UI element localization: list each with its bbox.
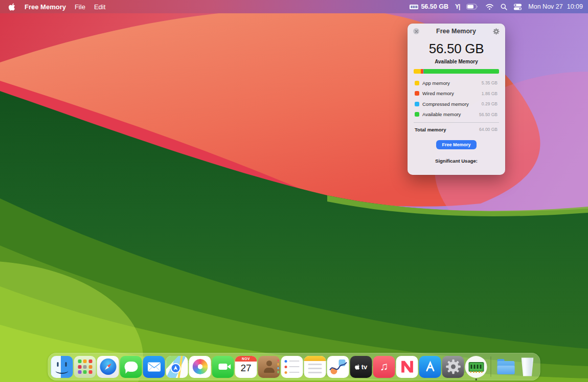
legend-label: App memory <box>422 80 450 86</box>
total-memory-label: Total memory <box>415 127 446 132</box>
gear-icon[interactable] <box>493 28 500 35</box>
dock-item-news[interactable] <box>396 356 418 378</box>
divider <box>414 122 499 123</box>
bar-segment-available <box>424 69 499 74</box>
news-logo-icon <box>400 360 414 373</box>
legend-row-compressed-memory: Compressed memory 0.29 GB <box>408 99 505 109</box>
dock-item-messages[interactable] <box>120 356 142 378</box>
dock-item-freeform[interactable] <box>327 356 349 378</box>
ram-chip-icon <box>468 362 484 372</box>
navigation-arrow-icon <box>171 363 181 373</box>
free-memory-button[interactable]: Free Memory <box>436 140 476 149</box>
menu-file[interactable]: File <box>75 3 85 11</box>
legend-row-app-memory: App memory 5.35 GB <box>408 78 505 88</box>
wifi-icon[interactable] <box>485 4 494 10</box>
total-memory-row: Total memory 64.00 GB <box>408 124 505 135</box>
envelope-icon <box>147 362 161 372</box>
legend-label: Available memory <box>422 111 461 117</box>
dock-item-calendar[interactable]: NOV 27 <box>235 356 257 378</box>
settings-gear-icon <box>445 359 461 374</box>
memory-usage-bar <box>414 69 499 74</box>
available-memory-value: 56.50 GB <box>408 41 505 57</box>
menu-bar: Free Memory File Edit 56.50 GB Y| <box>0 0 588 13</box>
dock: NOV 27 tv ♫ <box>48 353 540 380</box>
legend-value: 56.50 GB <box>479 112 497 117</box>
legend-value: 0.29 GB <box>482 101 497 106</box>
menubar-memory-value: 56.50 GB <box>421 3 448 10</box>
popover-title: Free Memory <box>436 28 476 35</box>
legend-label: Wired memory <box>422 91 454 96</box>
dock-item-notes[interactable] <box>304 356 326 378</box>
speech-bubble-icon <box>124 362 138 372</box>
search-icon[interactable] <box>501 4 507 10</box>
dock-item-facetime[interactable] <box>212 356 234 378</box>
dock-item-finder[interactable] <box>51 356 73 378</box>
music-note-icon: ♫ <box>380 360 389 373</box>
desktop: Free Memory File Edit 56.50 GB Y| <box>0 0 588 382</box>
dock-item-free-memory[interactable] <box>465 356 487 378</box>
person-silhouette-icon <box>262 361 276 373</box>
finder-icon <box>51 356 73 378</box>
dock-item-contacts[interactable] <box>258 356 280 378</box>
calendar-month: NOV <box>235 356 257 362</box>
dock-item-system-settings[interactable] <box>442 356 464 378</box>
dock-item-maps[interactable] <box>166 356 188 378</box>
battery-icon[interactable] <box>466 4 479 10</box>
trash-can-icon <box>520 357 535 376</box>
control-center-icon[interactable] <box>514 4 522 10</box>
dock-item-app-store[interactable] <box>419 356 441 378</box>
menubar-clock[interactable]: Mon Nov 27 10:09 <box>528 3 583 10</box>
freeform-squiggle-icon <box>327 356 349 378</box>
menu-extra-icon[interactable]: Y| <box>455 3 460 10</box>
compressed-memory-swatch <box>415 102 419 106</box>
contacts-tabs <box>277 359 279 373</box>
legend-row-wired-memory: Wired memory 1.86 GB <box>408 88 505 99</box>
dock-item-reminders[interactable] <box>281 356 303 378</box>
video-camera-icon <box>219 364 228 370</box>
apple-menu-icon[interactable] <box>8 3 16 11</box>
dock-item-launchpad[interactable] <box>74 356 96 378</box>
dock-item-safari[interactable] <box>97 356 119 378</box>
ram-icon <box>410 4 418 10</box>
menubar-date: Mon Nov 27 <box>528 3 562 10</box>
legend-value: 5.35 GB <box>482 80 497 85</box>
legend-value: 1.86 GB <box>482 91 497 96</box>
menubar-time: 10:09 <box>567 3 583 10</box>
folder-icon <box>497 361 514 374</box>
dock-item-trash[interactable] <box>518 356 537 378</box>
calendar-day: 27 <box>240 363 251 374</box>
dock-item-music[interactable]: ♫ <box>373 356 395 378</box>
dock-item-mail[interactable] <box>143 356 165 378</box>
memory-legend: App memory 5.35 GB Wired memory 1.86 GB … <box>408 78 505 120</box>
tv-label: tv <box>361 363 368 371</box>
legend-label: Compressed memory <box>422 101 469 107</box>
available-memory-swatch <box>415 112 419 117</box>
dock-divider <box>491 356 491 377</box>
app-store-a-icon <box>424 361 436 373</box>
photos-pinwheel-icon <box>192 359 208 374</box>
dock-item-photos[interactable] <box>189 356 211 378</box>
total-memory-value: 64.00 GB <box>479 127 497 132</box>
available-memory-caption: Available Memory <box>408 59 505 64</box>
menubar-memory-status[interactable]: 56.50 GB <box>410 3 448 10</box>
running-indicator <box>475 378 477 380</box>
dock-item-apple-tv[interactable]: tv <box>350 356 372 378</box>
wired-memory-swatch <box>415 91 419 96</box>
legend-row-available-memory: Available memory 56.50 GB <box>408 109 505 120</box>
menu-app-name[interactable]: Free Memory <box>25 3 66 11</box>
apple-logo-icon <box>355 364 360 370</box>
menu-edit[interactable]: Edit <box>94 3 105 11</box>
app-memory-swatch <box>415 81 419 85</box>
bar-segment-app <box>414 69 421 74</box>
safari-compass-icon <box>100 358 116 375</box>
close-icon[interactable] <box>413 28 419 34</box>
dock-item-downloads-folder[interactable] <box>495 356 517 378</box>
significant-usage-label: Significant Usage: <box>408 158 505 164</box>
free-memory-popover: Free Memory 56.50 GB Avai <box>408 24 505 175</box>
notes-header <box>304 356 326 361</box>
